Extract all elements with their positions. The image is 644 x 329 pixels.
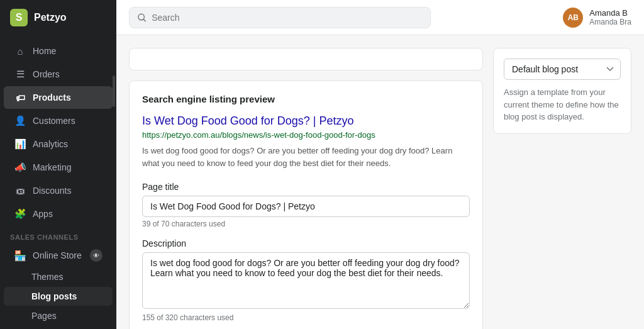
sidebar-item-customers[interactable]: 👤 Customers	[4, 109, 113, 132]
search-input[interactable]	[152, 13, 423, 23]
sidebar-item-label: Apps	[33, 209, 53, 219]
customers-icon: 👤	[14, 114, 26, 127]
sidebar: S Petzyo ⌂ Home ☰ Orders 🏷 Products 👤 Cu…	[0, 0, 116, 329]
top-header: AB Amanda B Amanda Bra	[116, 0, 644, 35]
description-label: Description	[142, 238, 470, 248]
main-content: AB Amanda B Amanda Bra Search engine lis…	[116, 0, 644, 329]
pages-label: Pages	[31, 311, 57, 321]
svg-line-1	[143, 19, 145, 21]
right-card: Default blog post Assign a template from…	[493, 48, 631, 134]
apps-icon: 🧩	[14, 208, 26, 220]
online-store-label: Online Store	[33, 250, 82, 260]
user-name: Amanda B	[589, 8, 631, 18]
main-panel: Search engine listing preview Is Wet Dog…	[129, 48, 483, 329]
eye-icon[interactable]: 👁	[90, 249, 103, 262]
home-icon: ⌂	[14, 45, 26, 57]
sidebar-item-label: Home	[33, 46, 56, 56]
seo-card-title: Search engine listing preview	[142, 94, 470, 104]
sidebar-item-label: Products	[33, 92, 71, 103]
page-title-group: Page title 39 of 70 characters used	[142, 182, 470, 228]
sidebar-item-online-store[interactable]: 🏪 Online Store 👁	[4, 244, 113, 267]
sidebar-item-label: Orders	[33, 69, 60, 79]
search-bar[interactable]	[129, 7, 431, 28]
sidebar-item-apps[interactable]: 🧩 Apps	[4, 203, 113, 225]
sidebar-item-home[interactable]: ⌂ Home	[4, 40, 113, 62]
sidebar-nav: ⌂ Home ☰ Orders 🏷 Products 👤 Customers 📊…	[0, 35, 116, 329]
helper-text: Assign a template from your current them…	[504, 86, 621, 123]
seo-link[interactable]: Is Wet Dog Food Good for Dogs? | Petzyo	[142, 114, 470, 128]
sales-channels-label: SALES CHANNELS	[0, 226, 116, 243]
sidebar-subitem-navigation[interactable]: Navigation	[4, 326, 113, 329]
sidebar-item-products[interactable]: 🏷 Products	[4, 86, 113, 109]
user-info: Amanda B Amanda Bra	[589, 8, 631, 26]
sidebar-subitem-themes[interactable]: Themes	[4, 267, 113, 286]
online-store-icon: 🏪	[14, 250, 26, 262]
seo-description: Is wet dog food good for dogs? Or are yo…	[142, 145, 470, 169]
brand-name: Petzyo	[34, 12, 67, 23]
sidebar-item-marketing[interactable]: 📣 Marketing	[4, 156, 113, 179]
themes-label: Themes	[31, 272, 64, 282]
seo-card: Search engine listing preview Is Wet Dog…	[129, 81, 483, 329]
sidebar-item-discounts[interactable]: 🎟 Discounts	[4, 179, 113, 202]
description-char-count: 155 of 320 characters used	[142, 313, 470, 322]
products-icon: 🏷	[14, 91, 26, 104]
user-store: Amanda Bra	[589, 18, 631, 26]
seo-url: https://petzyo.com.au/blogs/news/is-wet-…	[142, 130, 470, 140]
brand-icon: S	[10, 9, 28, 26]
page-title-label: Page title	[142, 182, 470, 192]
right-panel: Default blog post Assign a template from…	[493, 48, 631, 329]
header-right: AB Amanda B Amanda Bra	[563, 8, 631, 28]
sidebar-scrollbar[interactable]	[113, 75, 115, 107]
sidebar-item-label: Discounts	[33, 186, 71, 196]
description-group: Description 155 of 320 characters used	[142, 238, 470, 322]
sidebar-item-label: Customers	[33, 116, 75, 126]
analytics-icon: 📊	[14, 138, 26, 150]
sidebar-subitem-blog-posts[interactable]: Blog posts	[4, 287, 113, 306]
description-textarea[interactable]	[142, 252, 470, 309]
sidebar-subitem-pages[interactable]: Pages	[4, 306, 113, 325]
search-icon	[137, 13, 147, 23]
page-title-char-count: 39 of 70 characters used	[142, 220, 470, 228]
orders-icon: ☰	[14, 68, 26, 81]
page-title-input[interactable]	[142, 196, 470, 217]
sidebar-item-label: Marketing	[33, 162, 71, 172]
sidebar-item-label: Analytics	[33, 139, 68, 149]
top-card	[129, 48, 483, 70]
sidebar-item-orders[interactable]: ☰ Orders	[4, 63, 113, 86]
avatar: AB	[563, 8, 583, 28]
brand: S Petzyo	[0, 0, 116, 35]
sidebar-item-analytics[interactable]: 📊 Analytics	[4, 133, 113, 155]
template-select[interactable]: Default blog post	[504, 59, 621, 80]
discounts-icon: 🎟	[14, 184, 26, 197]
page-content: Search engine listing preview Is Wet Dog…	[116, 35, 644, 329]
marketing-icon: 📣	[14, 161, 26, 174]
blog-posts-label: Blog posts	[31, 291, 77, 301]
